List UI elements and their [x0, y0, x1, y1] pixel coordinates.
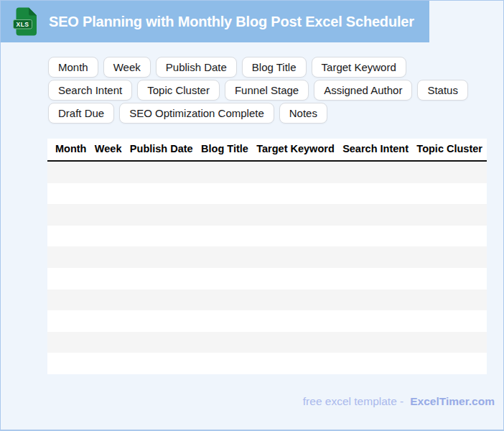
- footer-credit: free excel template - ExcelTimer.com: [303, 395, 495, 408]
- chip-assigned-author[interactable]: Assigned Author: [314, 80, 412, 101]
- column-header-blog-title: Blog Title: [201, 143, 248, 154]
- chip-search-intent[interactable]: Search Intent: [48, 80, 132, 101]
- chip-seo-optimization-complete[interactable]: SEO Optimization Complete: [119, 103, 274, 124]
- page-title: SEO Planning with Monthly Blog Post Exce…: [49, 14, 414, 30]
- chip-week[interactable]: Week: [103, 57, 151, 78]
- table-body: [47, 162, 487, 374]
- table-row: [47, 332, 487, 353]
- chip-topic-cluster[interactable]: Topic Cluster: [137, 80, 220, 101]
- column-header-week: Week: [95, 143, 122, 154]
- table-row: [47, 226, 487, 247]
- page-container: XLS SEO Planning with Monthly Blog Post …: [0, 0, 504, 431]
- chip-month[interactable]: Month: [48, 57, 98, 78]
- chip-target-keyword[interactable]: Target Keyword: [312, 57, 406, 78]
- table-header-row: MonthWeekPublish DateBlog TitleTarget Ke…: [47, 139, 487, 162]
- chip-draft-due[interactable]: Draft Due: [48, 103, 114, 124]
- brand-link[interactable]: ExcelTimer.com: [410, 395, 495, 408]
- chip-blog-title[interactable]: Blog Title: [242, 57, 307, 78]
- column-chips: MonthWeekPublish DateBlog TitleTarget Ke…: [48, 57, 492, 124]
- table-row: [47, 162, 487, 183]
- column-header-month: Month: [55, 143, 86, 154]
- chip-status[interactable]: Status: [417, 80, 468, 101]
- chip-funnel-stage[interactable]: Funnel Stage: [225, 80, 309, 101]
- column-header-search-intent: Search Intent: [342, 143, 409, 154]
- table-row: [47, 268, 487, 289]
- table-row: [47, 353, 487, 374]
- table-row: [47, 310, 487, 332]
- table-row: [47, 183, 487, 205]
- column-header-publish-date: Publish Date: [130, 143, 193, 154]
- chip-publish-date[interactable]: Publish Date: [156, 57, 237, 78]
- table-row: [47, 246, 487, 268]
- table-row: [47, 289, 487, 311]
- xls-file-icon: XLS: [13, 7, 37, 36]
- app-header: XLS SEO Planning with Monthly Blog Post …: [1, 1, 429, 42]
- footer-text: free excel template -: [303, 395, 403, 408]
- table-row: [47, 204, 487, 226]
- scheduler-table: MonthWeekPublish DateBlog TitleTarget Ke…: [47, 139, 487, 374]
- column-header-target-keyword: Target Keyword: [256, 143, 335, 154]
- chip-notes[interactable]: Notes: [279, 103, 327, 124]
- xls-icon-label: XLS: [16, 21, 29, 28]
- column-header-topic-cluster: Topic Cluster: [416, 143, 482, 154]
